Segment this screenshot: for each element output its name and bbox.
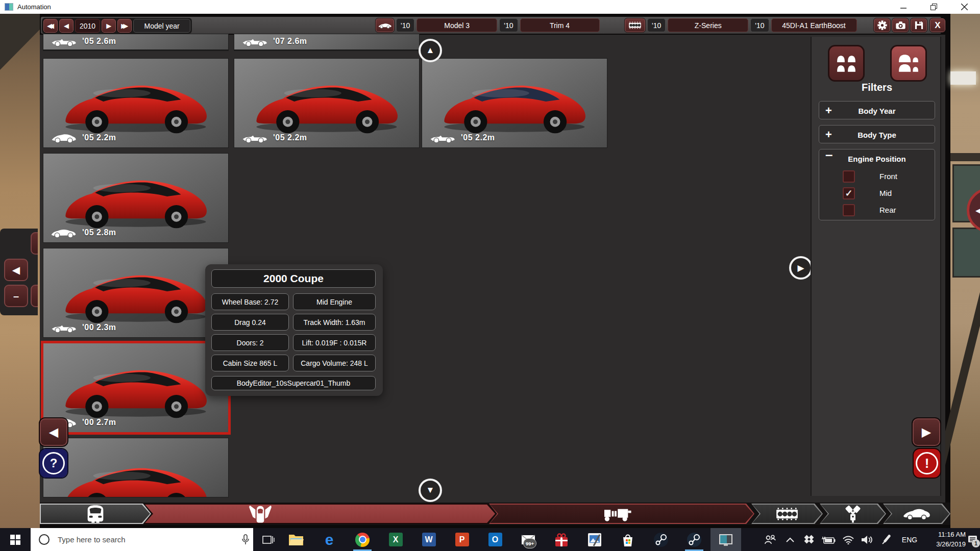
pen-tray-icon[interactable] (878, 528, 896, 551)
scroll-right-button[interactable]: ▶ (789, 256, 813, 280)
nav-step-engine[interactable] (751, 504, 823, 524)
model-name-tab[interactable]: Model 3 (416, 18, 497, 32)
outlook-icon: O (488, 533, 502, 546)
body-thumbnail[interactable]: '05 2.8m (43, 153, 229, 243)
checkbox-unchecked[interactable] (843, 170, 855, 183)
filter-option-mid[interactable]: ✓ Mid (819, 185, 935, 202)
arrow-left-icon: ◀ (975, 204, 980, 216)
powerpoint-button[interactable]: P (450, 528, 474, 551)
file-explorer-button[interactable] (284, 528, 308, 551)
engine-tab-button[interactable] (625, 18, 645, 32)
close-button[interactable] (952, 0, 976, 14)
dropbox-tray-icon[interactable] (800, 528, 818, 551)
arrow-left-icon: ◀ (12, 264, 20, 276)
partial-button[interactable] (31, 232, 38, 255)
battery-tray-icon[interactable] (819, 528, 838, 551)
filter-group-body-type[interactable]: + Body Type (819, 125, 935, 143)
task-view-icon (262, 534, 275, 545)
body-thumbnail-selected[interactable]: '00 2.7m (43, 343, 229, 433)
filter-group-body-year[interactable]: + Body Year (819, 101, 935, 119)
scroll-down-button[interactable]: ▼ (419, 479, 442, 502)
engine-family-tab[interactable]: Z-Series (668, 18, 748, 32)
nav-step-chassis[interactable] (489, 504, 754, 524)
page-previous-button[interactable]: ◀ (40, 418, 67, 446)
year-back-button[interactable]: ◀ (59, 19, 74, 33)
mail-badge: 99+ (523, 538, 536, 548)
start-button[interactable] (3, 528, 28, 551)
model-tab-button[interactable] (376, 18, 394, 32)
year-forward-button[interactable]: ▶ (102, 19, 116, 33)
filter-option-rear[interactable]: Rear (819, 202, 935, 218)
pistons-icon (843, 505, 863, 523)
thumbnail-size-equal-button[interactable] (828, 45, 865, 82)
car-front-icon (84, 504, 107, 524)
body-thumbnail[interactable] (43, 438, 229, 497)
thumbnail-size-relative-button[interactable] (890, 45, 927, 82)
page-next-button[interactable]: ▶ (913, 418, 940, 446)
convertible-icon (429, 132, 456, 144)
tooltip-stat: Doors: 2 (211, 334, 289, 351)
scroll-up-button[interactable]: ▲ (419, 39, 442, 62)
year-skip-forward-button[interactable]: ▶▶ (117, 19, 132, 33)
save-button[interactable] (911, 18, 927, 32)
gift-app-button[interactable] (549, 528, 574, 551)
task-view-button[interactable] (256, 528, 281, 551)
cars-mixed-icon (898, 53, 919, 74)
steam-running-button[interactable] (682, 528, 706, 551)
year-skip-back-button[interactable]: ◀◀ (43, 19, 58, 33)
body-thumbnail[interactable]: '00 2.3m (43, 248, 229, 338)
volume-tray-icon[interactable] (857, 528, 876, 551)
minimize-button[interactable] (892, 0, 915, 14)
help-button[interactable]: ? (40, 449, 67, 478)
body-thumbnail[interactable]: '05 2.2m (43, 58, 229, 148)
store-icon (621, 533, 635, 547)
show-hidden-icons-button[interactable] (782, 528, 798, 551)
taskbar-search[interactable] (31, 528, 253, 551)
variant-year-tag: '10 (750, 18, 769, 32)
outlook-button[interactable]: O (483, 528, 507, 551)
search-input[interactable] (57, 535, 227, 544)
checkbox-checked[interactable]: ✓ (843, 187, 855, 199)
engine-block-icon (775, 507, 799, 521)
nav-step-styling[interactable] (883, 504, 950, 524)
sedan-icon (51, 227, 77, 239)
people-tray-icon[interactable] (761, 528, 779, 551)
engine-variant-tab[interactable]: 45DI-A1 EarthBoost (771, 18, 857, 32)
mail-button[interactable]: 99+ (516, 528, 541, 551)
engine-tabs-group: '10 Z-Series '10 45DI-A1 EarthBoost (625, 18, 857, 32)
edge-button[interactable]: e (317, 528, 341, 551)
car-render (53, 63, 219, 139)
excel-button[interactable]: X (383, 528, 408, 551)
word-button[interactable]: W (416, 528, 441, 551)
nav-step-drivetrain[interactable] (820, 504, 886, 524)
checkbox-unchecked[interactable] (843, 204, 855, 216)
chrome-button[interactable] (350, 528, 375, 551)
restore-button[interactable] (922, 0, 946, 14)
tray-time: 11:16 AM (938, 530, 966, 540)
automation-app-icon (719, 534, 733, 546)
body-thumbnail[interactable]: '05 2.2m (234, 58, 420, 148)
partial-button[interactable] (31, 285, 38, 307)
store-button[interactable] (616, 528, 640, 551)
automation-app-button[interactable] (714, 528, 738, 551)
wifi-tray-icon[interactable] (839, 528, 857, 551)
toolbar-close-button[interactable]: X (930, 18, 945, 32)
nav-step-body-active[interactable] (144, 504, 496, 524)
action-center-button[interactable]: 1 (966, 528, 980, 551)
camera-left-button[interactable]: ◀ (4, 259, 28, 281)
clock[interactable]: 11:16 AM 3/26/2019 (924, 528, 966, 551)
filter-option-front[interactable]: Front (819, 168, 935, 185)
warning-button[interactable]: ! (914, 449, 940, 478)
body-thumbnail[interactable]: '05 2.6m (43, 34, 229, 51)
language-indicator[interactable]: ENG (896, 528, 923, 551)
settings-button[interactable] (874, 18, 890, 32)
photo-mode-button[interactable] (892, 18, 909, 32)
zoom-out-button[interactable]: – (4, 285, 28, 307)
body-thumbnail[interactable]: '07 2.6m (234, 34, 420, 51)
photos-app-button[interactable] (582, 528, 607, 551)
trim-name-tab[interactable]: Trim 4 (520, 18, 600, 32)
body-thumbnail[interactable]: '05 2.2m (422, 58, 607, 148)
filter-group-header[interactable]: – Engine Position (819, 149, 935, 168)
steam-button[interactable] (649, 528, 673, 551)
nav-step-car-overview[interactable] (40, 504, 151, 524)
